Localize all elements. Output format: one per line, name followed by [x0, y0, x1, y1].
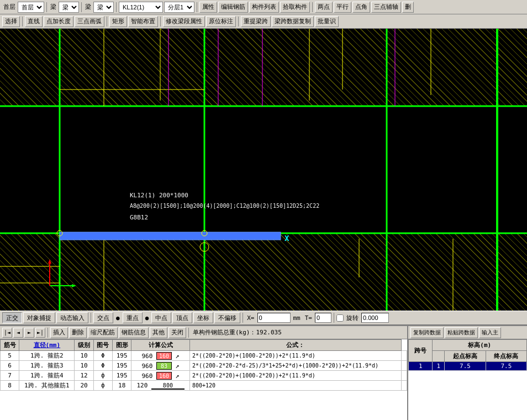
span-start-h: 7.5	[445, 362, 486, 371]
type1-label: 梁	[49, 3, 57, 11]
point-angle-button[interactable]: 点角	[352, 2, 370, 13]
batch-button[interactable]: 批量识	[315, 16, 339, 27]
sep8	[160, 17, 161, 27]
other-button[interactable]: 其他	[150, 327, 167, 338]
unit-label: mm	[292, 314, 302, 322]
capture-button[interactable]: 对象捕捉	[23, 312, 55, 323]
no-move-button[interactable]: 不偏移	[214, 312, 240, 323]
vertex-button[interactable]: 顶点	[172, 312, 192, 323]
close-button[interactable]: 关闭	[168, 327, 186, 338]
nav-last-button[interactable]: ►|	[35, 328, 45, 338]
right-col-span: 跨号	[409, 340, 433, 362]
table-row[interactable]: 5 1跨. 箍筋2 10 Φ 195 960 160 ↗ 2*((200-2*2…	[1, 351, 407, 361]
weight-label: 单构件钢筋总重(kg)：192.035	[191, 328, 283, 337]
toolbar-row1: 首层 首层 梁 梁 梁 梁 KL12(1) 分层1 属性 编辑钢筋 构件列表 拾…	[0, 0, 527, 14]
rotation-value[interactable]	[361, 313, 389, 323]
element-select[interactable]: KL12(1)	[119, 2, 163, 13]
point-add-button[interactable]: 点加长度	[44, 16, 73, 27]
sep2	[81, 2, 82, 12]
cell-grade: Φ	[93, 351, 112, 361]
cell-shape: 960 160 ↗	[131, 371, 190, 381]
insert-button[interactable]: 插入	[50, 327, 68, 338]
cell-id: 6	[1, 361, 19, 371]
scale-rebar-button[interactable]: 缩尺配筋	[88, 327, 118, 338]
two-point-button[interactable]: 两点	[315, 2, 333, 13]
hatch-top	[0, 29, 527, 106]
pick-button[interactable]: 拾取构件	[280, 2, 310, 13]
cell-formula: 800+120	[189, 381, 401, 391]
col-figno: 图号	[93, 340, 112, 351]
nav-prev-button[interactable]: ◄	[13, 328, 23, 338]
table-row[interactable]: 6 1跨. 箍筋3 10 Φ 195 960 83 ↗ 2*((200-2*20…	[1, 361, 407, 371]
sep1	[46, 2, 47, 12]
rect-button[interactable]: 矩形	[109, 16, 127, 27]
col-diameter: 直径(mm)	[19, 340, 75, 351]
col-formulacol: 公式：	[189, 340, 401, 351]
span-id: 1	[433, 362, 445, 371]
three-arc-button[interactable]: 三点画弧	[75, 16, 104, 27]
nav-next-button[interactable]: ►	[24, 328, 34, 338]
paste-span-button[interactable]: 粘贴跨数据	[445, 327, 478, 338]
modify-props-button[interactable]: 修改梁段属性	[163, 16, 205, 27]
cell-name: 1跨. 箍筋4	[19, 371, 75, 381]
dynamic-button[interactable]: 动态输入	[56, 312, 88, 323]
member-list-button[interactable]: 构件列表	[249, 2, 279, 13]
edit-rebar-button[interactable]: 编辑钢筋	[218, 2, 248, 13]
cell-name: 1跨. 箍筋3	[19, 361, 75, 371]
cell-shape: 960 160 ↗	[131, 351, 190, 361]
intersection-button[interactable]: 交点	[93, 312, 113, 323]
cad-canvas[interactable]: X KL12(1) 200*1000 A8@200(2)[1500];10@20…	[0, 29, 527, 311]
cell-figno: 195	[113, 351, 131, 361]
cell-shape: 960 83 ↗	[131, 361, 190, 371]
right-subheader-end: 终点标高	[486, 351, 526, 362]
three-axis-button[interactable]: 三点辅轴	[371, 2, 401, 13]
del-button[interactable]: 删除	[69, 327, 87, 338]
cell-formula: 2*((200-2*20)+(1000-2*20))+2*(11.9*d)	[189, 371, 401, 381]
layer-select[interactable]: 首层	[18, 2, 44, 13]
midpoint-snap-button[interactable]: 重点	[123, 312, 143, 323]
table-row[interactable]: 8 1跨. 其他箍筋1 20 ф 18 120 800 800+120	[1, 381, 407, 391]
right-toolbar: 复制跨数据 粘贴跨数据 输入主	[408, 326, 527, 339]
smart-button[interactable]: 智能布置	[128, 16, 158, 27]
re-raise-button[interactable]: 重提梁跨	[241, 16, 271, 27]
table-panel: |◄ ◄ ► ►| 插入 删除 缩尺配筋 钢筋信息 其他 关闭 单构件钢筋总重(…	[0, 326, 408, 420]
col-grade: 级别	[75, 340, 93, 351]
span-select[interactable]: 分层1	[164, 2, 194, 13]
delete-button[interactable]: 删	[402, 2, 414, 13]
straight-button[interactable]: 直线	[25, 16, 43, 27]
coords-button[interactable]: 坐标	[193, 312, 213, 323]
hatch-bottom	[0, 233, 527, 311]
rotation-check[interactable]	[336, 314, 344, 322]
table-row[interactable]: 7 1跨. 箍筋4 12 ф 195 960 160 ↗ 2*((200-2*2…	[1, 371, 407, 381]
copy-button[interactable]: 梁跨数据复制	[272, 16, 314, 27]
zhengjioa-button[interactable]: 正交	[2, 312, 22, 323]
cell-figno: 195	[113, 371, 131, 381]
parallel-button[interactable]: 平行	[334, 2, 351, 13]
x-value[interactable]	[257, 313, 291, 323]
right-panel: 复制跨数据 粘贴跨数据 输入主 跨号 标高(m) 起点标高 终点标高	[408, 326, 527, 420]
cell-shape: 120 800	[131, 381, 190, 391]
type2-select[interactable]: 梁	[93, 2, 114, 13]
sep11	[243, 313, 243, 323]
nav-first-button[interactable]: |◄	[2, 328, 12, 338]
cell-id: 7	[1, 371, 19, 381]
beam-text2: A8@200(2)[1500];10@200(4)[2000];C12@100(…	[130, 203, 319, 209]
copy-span-button[interactable]: 复制跨数据	[410, 327, 444, 338]
span-row[interactable]: 1 1 7.5 7.5	[409, 362, 527, 371]
origin-label-button[interactable]: 原位标注	[206, 16, 236, 27]
t-value[interactable]	[315, 313, 331, 323]
input-main-button[interactable]: 输入主	[479, 327, 501, 338]
select-button[interactable]: 选择	[2, 16, 20, 27]
span-table: 跨号 标高(m) 起点标高 终点标高 1 1 7.5 7.5	[408, 339, 527, 420]
sep3	[116, 2, 117, 12]
cell-name: 1跨. 其他箍筋1	[19, 381, 75, 391]
span-number: 1	[409, 362, 433, 371]
cell-grade: Φ	[93, 361, 112, 371]
type1-select[interactable]: 梁	[59, 2, 79, 13]
attr-button[interactable]: 属性	[199, 2, 217, 13]
span-end-h: 7.5	[486, 362, 526, 371]
right-subheader-start: 起点标高	[445, 351, 486, 362]
midpoint-button[interactable]: 中点	[151, 312, 171, 323]
rebar-info-button[interactable]: 钢筋信息	[119, 327, 149, 338]
layer-label: 首层	[2, 3, 17, 11]
